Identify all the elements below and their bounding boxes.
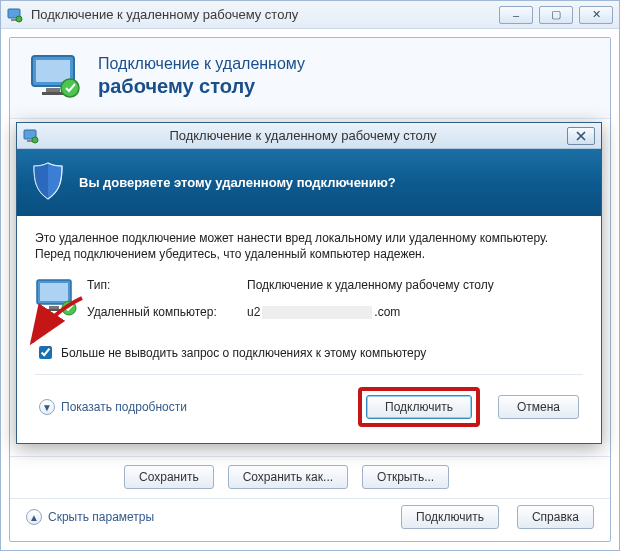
- show-details-label: Показать подробности: [61, 400, 187, 414]
- dialog-titlebar[interactable]: Подключение к удаленному рабочему столу: [17, 123, 601, 149]
- svg-rect-12: [40, 283, 68, 301]
- hide-options-button[interactable]: ▲ Скрыть параметры: [26, 509, 154, 525]
- svg-rect-13: [49, 306, 59, 309]
- minimize-button[interactable]: –: [499, 6, 533, 24]
- remote-computer-value: u2.com: [247, 305, 583, 319]
- svg-rect-4: [36, 60, 70, 82]
- remote-computer-label: Удаленный компьютер:: [87, 305, 247, 319]
- rdp-app-icon: [7, 7, 23, 23]
- open-button[interactable]: Открыть...: [362, 465, 449, 489]
- svg-point-2: [16, 16, 22, 22]
- app-banner: Подключение к удаленному рабочему столу: [10, 38, 610, 119]
- footer-connect-button[interactable]: Подключить: [401, 505, 499, 529]
- checkbox-label: Больше не выводить запрос о подключениях…: [61, 346, 426, 360]
- svg-rect-6: [42, 92, 64, 95]
- type-label: Тип:: [87, 278, 247, 292]
- dont-ask-again-checkbox[interactable]: Больше не выводить запрос о подключениях…: [35, 343, 583, 362]
- banner-line1: Подключение к удаленному: [98, 54, 305, 74]
- chevron-up-icon: ▲: [26, 509, 42, 525]
- close-icon: [576, 131, 586, 141]
- redacted-host: [262, 306, 372, 319]
- shield-icon: [31, 161, 65, 204]
- trust-question: Вы доверяете этому удаленному подключени…: [79, 175, 396, 190]
- save-as-button[interactable]: Сохранить как...: [228, 465, 348, 489]
- cancel-button[interactable]: Отмена: [498, 395, 579, 419]
- svg-point-10: [32, 137, 38, 143]
- dialog-title: Подключение к удаленному рабочему столу: [39, 128, 567, 143]
- window-footer: ▲ Скрыть параметры Подключить Справка: [10, 498, 610, 535]
- save-button[interactable]: Сохранить: [124, 465, 214, 489]
- connect-button[interactable]: Подключить: [366, 395, 472, 419]
- type-value: Подключение к удаленному рабочему столу: [247, 278, 583, 292]
- footer-help-button[interactable]: Справка: [517, 505, 594, 529]
- svg-point-7: [61, 79, 79, 97]
- connect-highlight-frame: Подключить: [358, 387, 480, 427]
- trust-banner: Вы доверяете этому удаленному подключени…: [17, 149, 601, 216]
- banner-line2: рабочему столу: [98, 74, 305, 99]
- dialog-close-button[interactable]: [567, 127, 595, 145]
- trust-dialog: Подключение к удаленному рабочему столу …: [16, 122, 602, 444]
- window-title: Подключение к удаленному рабочему столу: [31, 7, 298, 22]
- show-details-button[interactable]: ▼ Показать подробности: [39, 399, 187, 415]
- warning-text: Это удаленное подключение может нанести …: [35, 230, 583, 262]
- rdp-app-icon: [23, 128, 39, 144]
- save-buttons-row: Сохранить Сохранить как... Открыть...: [10, 456, 610, 497]
- close-window-button[interactable]: ✕: [579, 6, 613, 24]
- checkbox-input[interactable]: [39, 346, 52, 359]
- window-titlebar[interactable]: Подключение к удаленному рабочему столу …: [1, 1, 619, 29]
- svg-rect-14: [46, 309, 62, 311]
- svg-rect-5: [46, 88, 60, 92]
- monitor-icon: [28, 52, 84, 100]
- hide-options-label: Скрыть параметры: [48, 510, 154, 524]
- chevron-down-icon: ▼: [39, 399, 55, 415]
- monitor-small-icon: [35, 278, 87, 321]
- maximize-button[interactable]: ▢: [539, 6, 573, 24]
